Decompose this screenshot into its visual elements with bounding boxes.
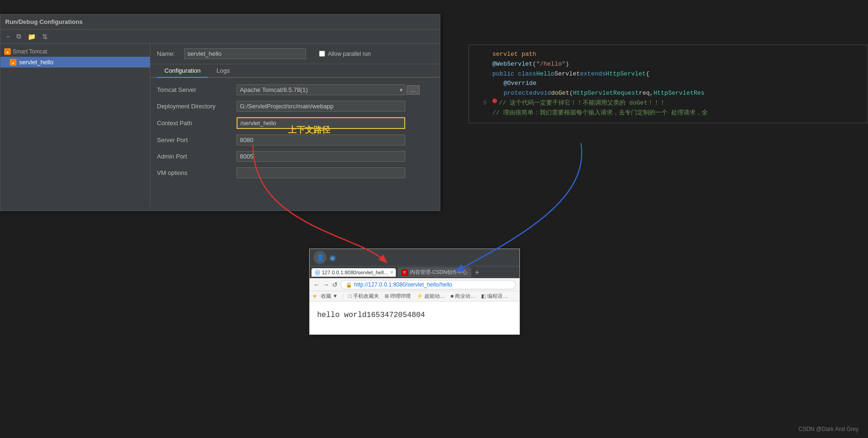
browser-addressbar: ← → ↺ 🔒 http://127.0.0.1:8080/servlet_he… (310, 278, 519, 291)
star-icon: ★ (312, 293, 317, 299)
browser-logo-icon: ◉ (329, 253, 336, 262)
browser-tab-active-label: 127.0.0.1:8080/servlet_hell... (322, 270, 388, 275)
bookmark-collections[interactable]: 收藏 ▼ (319, 292, 340, 300)
context-path-annotation: 上下文路径 (288, 124, 330, 136)
allow-parallel-checkbox[interactable] (319, 51, 325, 57)
deployment-dir-label: Deployment Directory (157, 103, 232, 110)
minus-button[interactable]: − (4, 31, 12, 41)
code-line-3: public class HelloServlet extends HttpSe… (475, 69, 861, 79)
url-bar[interactable]: 🔒 http://127.0.0.1:8080/servlet_hello/he… (341, 280, 516, 289)
name-row: Name: Allow parallel run (150, 44, 440, 64)
bookmark-supernova[interactable]: ⚡ 超能动… (415, 292, 447, 300)
sidebar: 🔥 Smart Tomcat 🔥 servlet_hello (0, 44, 150, 207)
sidebar-section-label: Smart Tomcat (13, 48, 47, 55)
back-button[interactable]: ← (313, 281, 320, 288)
globe-icon: ⊕ (315, 270, 320, 275)
https-icon: 🔒 (346, 282, 352, 288)
code-line-5: protected void doGet(HttpServletRequest … (475, 89, 861, 98)
url-text: http://127.0.0.1:8080/servlet_hello/hell… (354, 281, 452, 288)
refresh-button[interactable]: ↺ (332, 281, 338, 288)
forward-button[interactable]: → (323, 281, 329, 288)
browser-avatar: 👤 (313, 251, 326, 264)
vm-options-row: VM options (157, 167, 433, 178)
sidebar-item-label: servlet_hello (19, 59, 53, 66)
allow-parallel-row: Allow parallel run (319, 51, 371, 57)
dialog-toolbar: − ⧉ 📁 ⇅ (0, 30, 440, 44)
sidebar-section-smart-tomcat: 🔥 Smart Tomcat (0, 46, 150, 57)
server-port-row: Server Port (157, 135, 433, 145)
browser-bookmarks: ★ 收藏 ▼ | □ 手机收藏夹 ⊞ 哔哩哔哩 ⚡ 超能动… ■ 商业动… ◧ … (310, 291, 519, 302)
watermark: CSDN @Dark And Grey (799, 426, 859, 432)
csdn-icon: C (401, 269, 408, 276)
bookmark-mobile[interactable]: □ 手机收藏夹 (347, 292, 381, 300)
server-port-input[interactable] (237, 135, 405, 145)
tabs-bar: Configuration Logs (150, 64, 440, 78)
bookmark-bilibili[interactable]: ⊞ 哔哩哔哩 (383, 292, 413, 300)
browser-tab-csdn[interactable]: C 内容管理-CSDN创作中心 (398, 267, 471, 277)
tab-configuration[interactable]: Configuration (157, 64, 208, 78)
deployment-dir-row: Deployment Directory (157, 101, 433, 112)
server-port-label: Server Port (157, 136, 232, 143)
tomcat-server-row: Tomcat Server Apache Tomcat/8.5.78(1) ▼ … (157, 84, 433, 95)
admin-port-input[interactable] (237, 151, 405, 162)
sort-button[interactable]: ⇅ (40, 31, 50, 41)
name-input[interactable] (184, 48, 306, 59)
allow-parallel-label: Allow parallel run (328, 51, 371, 57)
tomcat-server-select-wrapper: Apache Tomcat/8.5.78(1) ▼ ... (237, 84, 420, 95)
dialog-title: Run/Debug Configurations (5, 18, 82, 25)
browser-window: 👤 ◉ ⊕ 127.0.0.1:8080/servlet_hell... ✕ C… (309, 249, 520, 335)
code-line-7: // 理由很简单：我们需要根据每个输入请求，去专门定制的一个 处理请求，全 (475, 108, 861, 118)
admin-port-label: Admin Port (157, 153, 232, 160)
browser-tab-csdn-label: 内容管理-CSDN创作中心 (410, 269, 467, 276)
code-line-2: @WebServlet("/hello") (475, 60, 861, 69)
code-line-4: @Override (475, 79, 861, 89)
servlet-hello-icon: 🔥 (10, 59, 16, 66)
bookmark-business[interactable]: ■ 商业动… (449, 292, 478, 300)
admin-port-row: Admin Port (157, 151, 433, 162)
tomcat-server-ellipsis-button[interactable]: ... (407, 85, 420, 95)
copy-button[interactable]: ⧉ (15, 31, 23, 41)
run-debug-dialog: Run/Debug Configurations − ⧉ 📁 ⇅ 🔥 Smart… (0, 14, 440, 211)
dialog-titlebar: Run/Debug Configurations (0, 15, 440, 30)
browser-tab-close-icon[interactable]: ✕ (390, 270, 393, 275)
browser-titlebar: 👤 ◉ (310, 249, 519, 266)
context-path-label: Context Path (157, 120, 232, 127)
bookmark-coding[interactable]: ◧ 编程语… (479, 292, 510, 300)
browser-tab-active[interactable]: ⊕ 127.0.0.1:8080/servlet_hell... ✕ (312, 268, 396, 277)
code-content: servlet path @WebServlet("/hello") publi… (469, 45, 868, 123)
sidebar-item-servlet-hello[interactable]: 🔥 servlet_hello (0, 57, 150, 68)
hello-world-text: hello world1653472054804 (317, 311, 425, 319)
name-label: Name: (157, 50, 180, 57)
deployment-dir-input[interactable] (237, 101, 405, 112)
browser-body: hello world1653472054804 (310, 302, 519, 334)
vm-options-label: VM options (157, 169, 232, 176)
folder-button[interactable]: 📁 (26, 31, 37, 41)
vm-options-input[interactable] (237, 167, 405, 178)
new-tab-button[interactable]: + (475, 268, 479, 277)
breakpoint-icon (492, 98, 497, 103)
tomcat-server-select[interactable]: Apache Tomcat/8.5.78(1) (237, 84, 405, 95)
tomcat-server-label: Tomcat Server (157, 86, 232, 93)
code-editor-panel: servlet path @WebServlet("/hello") publi… (468, 45, 868, 123)
browser-tab-bar: ⊕ 127.0.0.1:8080/servlet_hell... ✕ C 内容管… (310, 266, 519, 278)
dialog-body: 🔥 Smart Tomcat 🔥 servlet_hello Name: All… (0, 44, 440, 207)
code-line-1: servlet path (475, 50, 861, 60)
code-line-6: 9 // 这个代码一定要干掉它！！不能调用父类的 doGet！！！ (475, 98, 861, 108)
tomcat-icon: 🔥 (4, 48, 11, 55)
tab-logs[interactable]: Logs (209, 64, 237, 78)
